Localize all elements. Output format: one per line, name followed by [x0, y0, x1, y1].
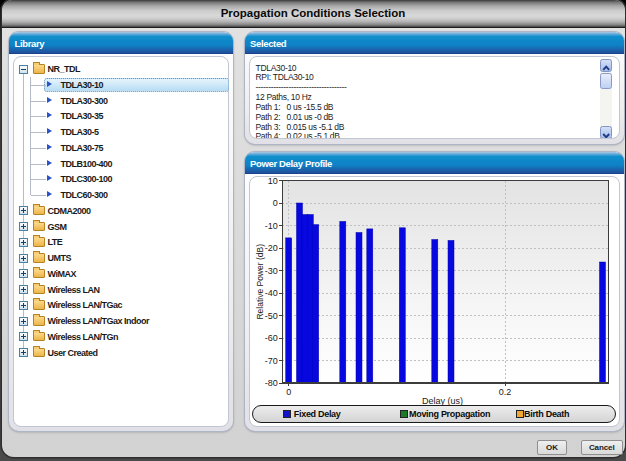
svg-text:-60: -60 [264, 333, 277, 343]
svg-text:-80: -80 [264, 378, 277, 388]
svg-text:-40: -40 [264, 288, 277, 298]
svg-text:0: 0 [286, 387, 291, 397]
svg-text:0.2: 0.2 [498, 387, 511, 397]
svg-text:-30: -30 [264, 265, 277, 275]
svg-text:10: 10 [267, 177, 277, 186]
svg-text:-70: -70 [264, 355, 277, 365]
svg-text:-50: -50 [264, 310, 277, 320]
svg-text:-10: -10 [264, 220, 277, 230]
svg-text:Relative Power (dB): Relative Power (dB) [255, 243, 265, 319]
svg-text:-20: -20 [264, 243, 277, 253]
svg-text:0: 0 [272, 198, 277, 208]
svg-text:Delay (us): Delay (us) [421, 395, 462, 405]
